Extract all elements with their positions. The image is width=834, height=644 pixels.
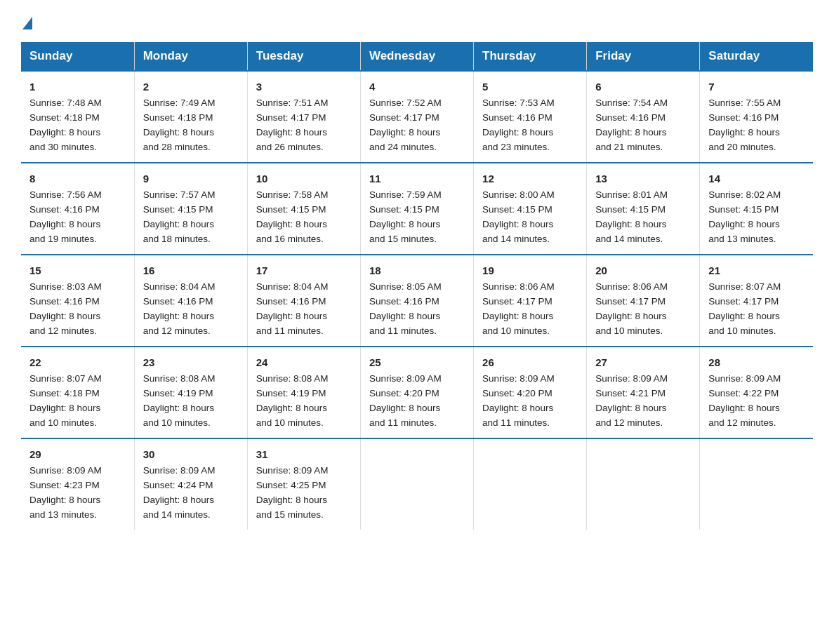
calendar-day	[474, 438, 587, 530]
calendar-day: 2Sunrise: 7:49 AMSunset: 4:18 PMDaylight…	[134, 71, 247, 163]
day-number: 5	[482, 79, 578, 95]
day-info: Sunrise: 8:07 AMSunset: 4:17 PMDaylight:…	[708, 281, 781, 336]
day-info: Sunrise: 7:58 AMSunset: 4:15 PMDaylight:…	[256, 189, 329, 244]
calendar-day: 12Sunrise: 8:00 AMSunset: 4:15 PMDayligh…	[474, 163, 587, 255]
calendar-week-row: 15Sunrise: 8:03 AMSunset: 4:16 PMDayligh…	[21, 255, 813, 347]
calendar-week-row: 1Sunrise: 7:48 AMSunset: 4:18 PMDaylight…	[21, 71, 813, 163]
calendar-day: 26Sunrise: 8:09 AMSunset: 4:20 PMDayligh…	[474, 347, 587, 438]
day-info: Sunrise: 8:09 AMSunset: 4:21 PMDaylight:…	[595, 373, 668, 428]
calendar-day: 24Sunrise: 8:08 AMSunset: 4:19 PMDayligh…	[247, 347, 360, 438]
calendar-day: 19Sunrise: 8:06 AMSunset: 4:17 PMDayligh…	[474, 255, 587, 347]
day-number: 20	[595, 262, 691, 279]
weekday-header-wednesday: Wednesday	[360, 42, 473, 71]
day-number: 26	[482, 354, 578, 370]
calendar-day: 20Sunrise: 8:06 AMSunset: 4:17 PMDayligh…	[587, 255, 700, 347]
day-info: Sunrise: 7:55 AMSunset: 4:16 PMDaylight:…	[708, 98, 781, 152]
day-info: Sunrise: 8:07 AMSunset: 4:18 PMDaylight:…	[29, 373, 102, 428]
calendar-day: 7Sunrise: 7:55 AMSunset: 4:16 PMDaylight…	[700, 71, 813, 163]
day-number: 3	[256, 79, 352, 95]
day-info: Sunrise: 8:09 AMSunset: 4:24 PMDaylight:…	[143, 465, 216, 520]
day-info: Sunrise: 7:52 AMSunset: 4:17 PMDaylight:…	[369, 98, 442, 152]
day-number: 23	[143, 354, 239, 370]
calendar-day: 3Sunrise: 7:51 AMSunset: 4:17 PMDaylight…	[247, 71, 360, 163]
day-info: Sunrise: 8:06 AMSunset: 4:17 PMDaylight:…	[482, 281, 555, 336]
logo-text	[21, 17, 34, 29]
calendar-day: 11Sunrise: 7:59 AMSunset: 4:15 PMDayligh…	[360, 163, 473, 255]
calendar-day: 1Sunrise: 7:48 AMSunset: 4:18 PMDaylight…	[21, 71, 134, 163]
day-info: Sunrise: 8:09 AMSunset: 4:20 PMDaylight:…	[369, 373, 442, 428]
day-info: Sunrise: 8:09 AMSunset: 4:22 PMDaylight:…	[708, 373, 781, 428]
day-info: Sunrise: 8:09 AMSunset: 4:23 PMDaylight:…	[29, 465, 102, 520]
day-number: 7	[708, 79, 805, 95]
weekday-header-monday: Monday	[134, 42, 247, 71]
calendar-day: 9Sunrise: 7:57 AMSunset: 4:15 PMDaylight…	[134, 163, 247, 255]
weekday-header-thursday: Thursday	[474, 42, 587, 71]
calendar-day: 14Sunrise: 8:02 AMSunset: 4:15 PMDayligh…	[700, 163, 813, 255]
day-number: 8	[29, 170, 126, 187]
day-info: Sunrise: 8:09 AMSunset: 4:20 PMDaylight:…	[482, 373, 555, 428]
day-number: 15	[29, 262, 126, 279]
calendar-day: 21Sunrise: 8:07 AMSunset: 4:17 PMDayligh…	[700, 255, 813, 347]
day-number: 4	[369, 79, 465, 95]
calendar-day: 17Sunrise: 8:04 AMSunset: 4:16 PMDayligh…	[247, 255, 360, 347]
calendar-header: SundayMondayTuesdayWednesdayThursdayFrid…	[21, 42, 813, 71]
calendar-day: 28Sunrise: 8:09 AMSunset: 4:22 PMDayligh…	[700, 347, 813, 438]
day-number: 13	[595, 170, 691, 187]
day-info: Sunrise: 7:49 AMSunset: 4:18 PMDaylight:…	[143, 98, 216, 152]
calendar-day: 29Sunrise: 8:09 AMSunset: 4:23 PMDayligh…	[21, 438, 134, 530]
day-info: Sunrise: 8:09 AMSunset: 4:25 PMDaylight:…	[256, 465, 329, 520]
day-info: Sunrise: 8:00 AMSunset: 4:15 PMDaylight:…	[482, 189, 555, 244]
day-info: Sunrise: 8:04 AMSunset: 4:16 PMDaylight:…	[256, 281, 329, 336]
day-number: 6	[595, 79, 691, 95]
calendar-body: 1Sunrise: 7:48 AMSunset: 4:18 PMDaylight…	[21, 71, 813, 530]
calendar-day: 31Sunrise: 8:09 AMSunset: 4:25 PMDayligh…	[247, 438, 360, 530]
day-info: Sunrise: 8:06 AMSunset: 4:17 PMDaylight:…	[595, 281, 668, 336]
day-number: 11	[369, 170, 465, 187]
day-number: 30	[143, 446, 239, 462]
calendar-day: 18Sunrise: 8:05 AMSunset: 4:16 PMDayligh…	[360, 255, 473, 347]
day-number: 12	[482, 170, 578, 187]
day-number: 14	[708, 170, 805, 187]
calendar-day: 4Sunrise: 7:52 AMSunset: 4:17 PMDaylight…	[360, 71, 473, 163]
day-number: 18	[369, 262, 465, 279]
calendar-day: 22Sunrise: 8:07 AMSunset: 4:18 PMDayligh…	[21, 347, 134, 438]
day-info: Sunrise: 8:08 AMSunset: 4:19 PMDaylight:…	[143, 373, 216, 428]
day-number: 2	[143, 79, 239, 95]
day-info: Sunrise: 8:01 AMSunset: 4:15 PMDaylight:…	[595, 189, 668, 244]
day-number: 21	[708, 262, 805, 279]
header	[21, 17, 813, 29]
day-number: 9	[143, 170, 239, 187]
page: SundayMondayTuesdayWednesdayThursdayFrid…	[0, 0, 834, 551]
calendar-table: SundayMondayTuesdayWednesdayThursdayFrid…	[21, 42, 813, 530]
calendar-day: 8Sunrise: 7:56 AMSunset: 4:16 PMDaylight…	[21, 163, 134, 255]
day-info: Sunrise: 8:04 AMSunset: 4:16 PMDaylight:…	[143, 281, 216, 336]
calendar-day: 10Sunrise: 7:58 AMSunset: 4:15 PMDayligh…	[247, 163, 360, 255]
day-info: Sunrise: 7:59 AMSunset: 4:15 PMDaylight:…	[369, 189, 442, 244]
weekday-header-tuesday: Tuesday	[247, 42, 360, 71]
calendar-day: 30Sunrise: 8:09 AMSunset: 4:24 PMDayligh…	[134, 438, 247, 530]
day-info: Sunrise: 8:02 AMSunset: 4:15 PMDaylight:…	[708, 189, 781, 244]
day-number: 29	[29, 446, 126, 462]
day-number: 31	[256, 446, 352, 462]
weekday-header-friday: Friday	[587, 42, 700, 71]
day-info: Sunrise: 7:53 AMSunset: 4:16 PMDaylight:…	[482, 98, 555, 152]
logo	[21, 17, 34, 29]
day-number: 1	[29, 79, 126, 95]
calendar-day: 6Sunrise: 7:54 AMSunset: 4:16 PMDaylight…	[587, 71, 700, 163]
day-info: Sunrise: 7:56 AMSunset: 4:16 PMDaylight:…	[29, 189, 102, 244]
day-number: 19	[482, 262, 578, 279]
calendar-day	[587, 438, 700, 530]
calendar-day: 5Sunrise: 7:53 AMSunset: 4:16 PMDaylight…	[474, 71, 587, 163]
calendar-day: 23Sunrise: 8:08 AMSunset: 4:19 PMDayligh…	[134, 347, 247, 438]
day-number: 25	[369, 354, 465, 370]
day-number: 17	[256, 262, 352, 279]
logo-triangle-icon	[22, 17, 32, 29]
weekday-header-row: SundayMondayTuesdayWednesdayThursdayFrid…	[21, 42, 813, 71]
day-info: Sunrise: 7:57 AMSunset: 4:15 PMDaylight:…	[143, 189, 216, 244]
calendar-week-row: 8Sunrise: 7:56 AMSunset: 4:16 PMDaylight…	[21, 163, 813, 255]
day-info: Sunrise: 8:05 AMSunset: 4:16 PMDaylight:…	[369, 281, 442, 336]
day-number: 27	[595, 354, 691, 370]
day-number: 10	[256, 170, 352, 187]
day-info: Sunrise: 7:54 AMSunset: 4:16 PMDaylight:…	[595, 98, 668, 152]
day-info: Sunrise: 8:03 AMSunset: 4:16 PMDaylight:…	[29, 281, 102, 336]
